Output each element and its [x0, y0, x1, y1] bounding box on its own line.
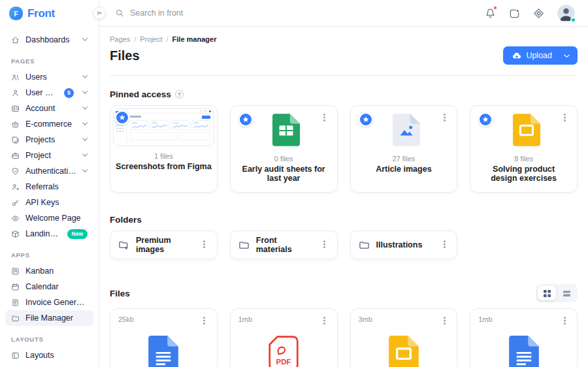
cloud-upload-icon — [512, 52, 521, 59]
chevron-down-icon — [82, 137, 88, 142]
sidebar-item-file-manager[interactable]: File Manager — [5, 310, 93, 326]
app-window: F Front Dashboards PAGES Users User Prof… — [0, 0, 588, 367]
sidebar-item-label: Referrals — [25, 182, 88, 191]
pinned-card[interactable]: 8 files Solving product design exercises — [470, 105, 578, 193]
sidebar-item-label: Account — [25, 104, 76, 113]
sidebar-item-account[interactable]: Account — [5, 101, 93, 116]
file-size: 1mb — [478, 315, 492, 323]
files-grid: 25kb WordPress contract terms Updated 50… — [110, 308, 578, 367]
card-menu-button[interactable] — [560, 315, 569, 327]
folder-card[interactable]: Illustrations — [350, 231, 458, 259]
breadcrumb-current: File manager — [172, 35, 217, 43]
pinned-card[interactable]: 27 files Article images — [350, 105, 458, 193]
star-icon — [242, 116, 249, 123]
sidebar-item-layouts[interactable]: Layouts — [5, 347, 93, 363]
person-icon — [11, 89, 20, 97]
file-card[interactable]: 3mb WordPress theme presentation Updated… — [350, 308, 458, 367]
receipt-icon — [11, 298, 20, 307]
help-icon[interactable]: ? — [175, 90, 184, 99]
pinned-card[interactable]: 0 files Early audit sheets for last year — [230, 105, 338, 193]
card-menu-button[interactable] — [200, 315, 209, 327]
sidebar-item-user-profile[interactable]: User Profile 5 — [5, 85, 93, 101]
card-menu-button[interactable] — [440, 315, 449, 327]
breadcrumb-separator: / — [167, 35, 169, 43]
pinned-card[interactable]: 1 files Screenshots from Figma — [110, 105, 218, 193]
grid-view-icon — [543, 289, 551, 298]
sidebar-item-landing-page[interactable]: Landing Page New — [5, 226, 93, 242]
account-avatar[interactable] — [557, 5, 575, 22]
pinned-access-header: Pinned access ? — [110, 89, 578, 99]
grid-view-button[interactable] — [538, 286, 556, 300]
sidebar-item-api-keys[interactable]: API Keys — [5, 195, 93, 210]
breadcrumb-link-project[interactable]: Project — [140, 35, 162, 43]
sidebar-item-dashboards[interactable]: Dashboards — [5, 32, 93, 48]
search-input[interactable] — [130, 8, 313, 18]
sidebar-item-invoice-generator[interactable]: Invoice Generator — [5, 295, 93, 310]
list-view-button[interactable] — [557, 286, 576, 300]
folder-card[interactable]: Premium images — [110, 231, 218, 259]
kebab-menu-icon — [564, 317, 566, 319]
file-size: 25kb — [118, 315, 134, 323]
page-header: Pages / Project / File manager Files Upl… — [110, 27, 578, 76]
pin-star-badge[interactable] — [115, 110, 129, 125]
pinned-cards-grid: 1 files Screenshots from Figma 0 files — [110, 105, 578, 193]
card-menu-button[interactable] — [320, 112, 329, 124]
kebab-menu-icon — [203, 240, 205, 242]
pin-star-badge[interactable] — [478, 112, 493, 127]
global-search[interactable] — [115, 8, 485, 18]
sidebar-item-label: Projects — [25, 135, 76, 144]
pinned-access-section: Pinned access ? — [110, 89, 578, 193]
id-card-icon — [11, 104, 20, 113]
breadcrumb-link-pages[interactable]: Pages — [110, 35, 130, 43]
folder-name: Illustrations — [376, 240, 434, 249]
card-menu-button[interactable] — [440, 112, 449, 124]
sidebar-item-referrals[interactable]: Referrals — [5, 179, 93, 195]
upload-button[interactable]: Upload — [503, 46, 559, 65]
file-card[interactable]: 1mb Untitled Updated 5 hours ago — [470, 308, 578, 367]
brand-logo[interactable]: F Front — [0, 0, 99, 27]
sidebar-item-ecommerce[interactable]: E-commerce — [5, 116, 93, 132]
people-icon — [11, 73, 20, 82]
pin-star-badge[interactable] — [359, 112, 373, 127]
nav-group-header-pages: PAGES — [0, 48, 99, 69]
sidebar-item-users[interactable]: Users — [5, 69, 93, 85]
card-menu-button[interactable] — [200, 239, 209, 251]
image-file-icon — [393, 114, 420, 146]
pinned-card-name: Article images — [359, 165, 449, 174]
activity-button[interactable] — [509, 8, 520, 19]
sidebar-item-project[interactable]: Project — [5, 148, 93, 163]
shield-icon — [11, 167, 20, 176]
pinned-card-count: 8 files — [478, 155, 569, 163]
sidebar-item-calendar[interactable]: Calendar — [5, 279, 93, 295]
card-menu-button[interactable] — [440, 239, 449, 251]
file-card[interactable]: 25kb WordPress contract terms Updated 50… — [110, 308, 218, 367]
folder-icon — [238, 240, 250, 251]
sidebar-item-authentication[interactable]: Authentication — [5, 163, 93, 179]
apps-button[interactable] — [533, 8, 544, 19]
file-size: 3mb — [359, 315, 372, 323]
sidebar-item-projects[interactable]: Projects — [5, 132, 93, 148]
chevron-down-icon — [82, 37, 88, 42]
sidebar-item-label: Authentication — [25, 167, 76, 176]
notifications-button[interactable] — [485, 8, 496, 19]
sidebar-item-welcome-page[interactable]: Welcome Page — [5, 210, 93, 226]
card-menu-button[interactable] — [320, 239, 329, 251]
pinned-card-name: Screenshots from Figma — [113, 162, 214, 171]
sidebar-item-label: E-commerce — [25, 120, 76, 129]
breadcrumb: Pages / Project / File manager — [110, 35, 578, 43]
pinned-access-title: Pinned access — [110, 89, 171, 99]
card-menu-button[interactable] — [560, 112, 569, 124]
sidebar-item-kanban[interactable]: Kanban — [5, 263, 93, 279]
star-icon — [482, 116, 489, 123]
folder-name: Front materials — [256, 236, 314, 254]
card-menu-button[interactable] — [320, 315, 329, 327]
folder-card[interactable]: Front materials — [230, 231, 338, 259]
svg-text:PDF: PDF — [276, 358, 291, 366]
file-card[interactable]: 1mb PDF Dashboard layout flow Updated 1 … — [230, 308, 338, 367]
calendar-icon — [11, 283, 20, 291]
sidebar-collapse-button[interactable] — [93, 7, 106, 20]
upload-dropdown-toggle[interactable] — [559, 48, 578, 63]
sidebar-nav: Dashboards PAGES Users User Profile 5 Ac… — [0, 27, 99, 363]
pin-star-badge[interactable] — [238, 112, 253, 127]
star-icon — [363, 116, 369, 123]
